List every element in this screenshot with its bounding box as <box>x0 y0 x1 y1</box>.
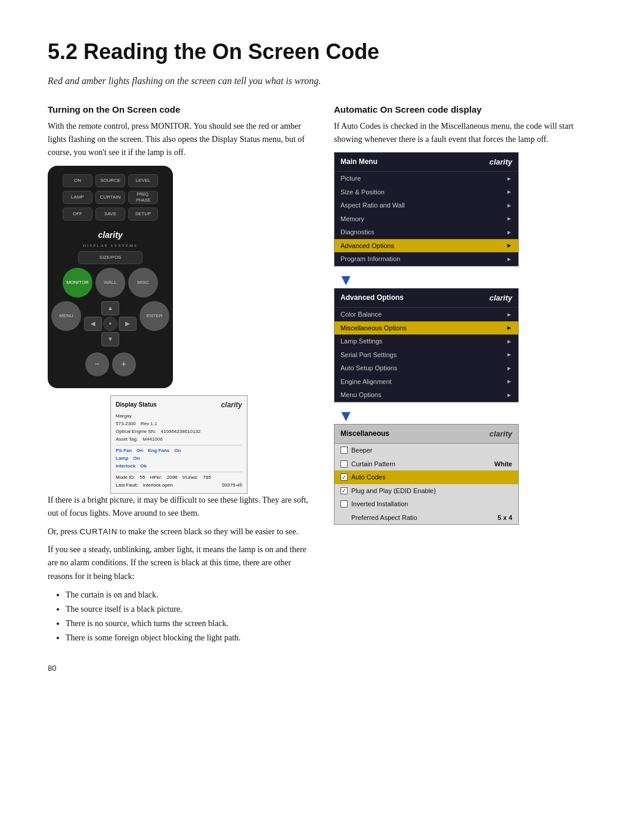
advanced-menu-item-menu[interactable]: Menu Options ► <box>335 388 518 402</box>
misc-curtain-label: Curtain Pattern <box>351 459 395 469</box>
ds-rev: Rev 1.1 <box>141 420 157 428</box>
remote-btn-enter-nav[interactable]: ● <box>103 317 117 331</box>
remote-btn-up[interactable]: ▲ <box>101 301 119 315</box>
right-column: Automatic On Screen code display If Auto… <box>334 103 596 645</box>
remote-btn-lamp[interactable]: LAMP <box>63 191 92 204</box>
advanced-menu-item-engine[interactable]: Engine Alignment ► <box>335 375 518 389</box>
remote-btn-enter[interactable]: ENTER <box>140 301 169 331</box>
misc-menu-screenshot: Miscellaneous clarity Beeper Curtain Pat… <box>334 424 519 525</box>
advanced-color-label: Color Balance <box>340 309 382 320</box>
misc-beeper-label: Beeper <box>351 445 372 456</box>
ds-optical-label: Optical Engine SN: <box>116 428 156 435</box>
main-menu-diag-label: Diagnostics <box>340 227 374 237</box>
bullet-4: There is some foreign object blocking th… <box>66 631 310 645</box>
left-column: Turning on the On Screen code With the r… <box>48 103 310 645</box>
remote-btn-wall[interactable]: WALL <box>95 268 125 298</box>
advanced-lamp-arrow: ► <box>506 337 512 346</box>
remote-btn-setup[interactable]: SETUP <box>128 208 158 221</box>
remote-clarity-logo: clarity <box>98 229 122 241</box>
misc-aspect-value: 5 x 4 <box>498 513 512 523</box>
remote-btn-on[interactable]: ON <box>63 174 92 187</box>
advanced-menuopt-arrow: ► <box>506 391 512 400</box>
advanced-menu-item-misc[interactable]: Miscellaneous Options ► <box>335 321 518 335</box>
remote-btn-minus[interactable]: − <box>85 352 109 376</box>
ds-mode-id-label: Mode ID: <box>116 474 135 481</box>
main-menu-diag-arrow: ► <box>506 228 512 237</box>
ds-lamp-label: Lamp <box>116 455 128 462</box>
remote-btn-sizepos[interactable]: SIZE/POS <box>78 251 143 264</box>
bullet-3: There is no source, which turns the scre… <box>66 617 310 631</box>
ds-clarity-logo: clarity <box>221 400 242 410</box>
ds-ps-fan-val: On <box>137 447 143 454</box>
ds-hper-label: HPer: <box>150 474 162 481</box>
left-para-2: If there is a bright picture, it may be … <box>48 494 310 521</box>
advanced-serial-label: Serial Port Settings <box>340 350 397 360</box>
main-menu-header: Main Menu clarity <box>335 153 518 172</box>
bullet-1: The curtain is on and black. <box>66 588 310 602</box>
remote-btn-freq-phase[interactable]: FREQ.PHASE <box>128 191 158 204</box>
remote-btn-curtain[interactable]: CURTAIN <box>95 191 125 204</box>
misc-item-inverted[interactable]: Inverted Installation <box>335 497 518 511</box>
main-menu-aspect-arrow: ► <box>506 201 512 210</box>
main-menu-item-picture[interactable]: Picture ► <box>335 172 518 185</box>
misc-inverted-label: Inverted Installation <box>351 499 408 509</box>
remote-btn-menu[interactable]: MENU <box>51 301 81 331</box>
remote-btn-monitor[interactable]: MONITOR <box>63 268 92 298</box>
ds-asset-label: Asset Tag: <box>116 436 138 443</box>
left-para-3: Or, press CURTAIN to make the screen bla… <box>48 525 310 538</box>
main-menu-item-size[interactable]: Size & Position ► <box>335 185 518 199</box>
advanced-menu-header: Advanced Options clarity <box>335 289 518 308</box>
misc-menu-logo: clarity <box>490 428 512 440</box>
misc-plugplay-label: Plug and Play (EDID Enable) <box>351 486 436 496</box>
arrow-down-2: ▼ <box>338 408 354 424</box>
advanced-serial-arrow: ► <box>506 350 512 359</box>
misc-item-beeper[interactable]: Beeper <box>335 444 518 457</box>
misc-item-plugplay[interactable]: ✓ Plug and Play (EDID Enable) <box>335 484 518 498</box>
misc-curtain-value: White <box>494 459 512 469</box>
remote-btn-save[interactable]: SAVE <box>95 208 125 221</box>
ds-last-fault: Interlock open <box>143 482 172 489</box>
main-menu-picture-label: Picture <box>340 174 361 184</box>
main-menu-size-arrow: ► <box>506 187 512 196</box>
left-heading: Turning on the On Screen code <box>48 103 310 117</box>
ds-asset-tag: M441006 <box>143 436 162 443</box>
main-menu-item-advanced[interactable]: Advanced Options ► <box>335 239 518 253</box>
remote-row-1: ON SOURCE LEVEL <box>63 174 158 187</box>
misc-item-autocodes[interactable]: ✓ Auto Codes <box>335 470 518 484</box>
ds-optical-sn: 410364238610132 <box>161 428 201 435</box>
advanced-color-arrow: ► <box>506 310 512 319</box>
misc-item-aspect[interactable]: Preferred Aspect Ratio 5 x 4 <box>335 511 518 525</box>
main-menu-item-diagnostics[interactable]: Diagnostics ► <box>335 225 518 239</box>
advanced-misc-arrow: ► <box>506 323 512 332</box>
misc-item-curtain[interactable]: Curtain Pattern White <box>335 457 518 471</box>
main-menu-item-memory[interactable]: Memory ► <box>335 212 518 226</box>
advanced-engine-arrow: ► <box>506 377 512 386</box>
main-menu-program-label: Program Information <box>340 254 400 264</box>
remote-btn-source[interactable]: SOURCE <box>95 174 125 187</box>
remote-btn-right[interactable]: ▶ <box>119 317 137 331</box>
remote-btn-plus[interactable]: + <box>112 352 136 376</box>
advanced-menu-item-autosetup[interactable]: Auto Setup Options ► <box>335 361 518 375</box>
left-para-1: With the remote control, press MONITOR. … <box>48 120 310 159</box>
misc-autocodes-label: Auto Codes <box>351 472 385 482</box>
remote-btn-off[interactable]: OFF <box>63 208 92 221</box>
main-menu-logo: clarity <box>490 156 512 168</box>
remote-row-2: LAMP CURTAIN FREQ.PHASE <box>63 191 158 204</box>
ds-vlines-label: VLines: <box>182 474 199 481</box>
misc-checkbox-plugplay: ✓ <box>340 487 348 494</box>
advanced-menu-item-lamp[interactable]: Lamp Settings ► <box>335 335 518 348</box>
remote-btn-misc[interactable]: MISC <box>128 268 158 298</box>
main-menu-screenshot: Main Menu clarity Picture ► Size & Posit… <box>334 152 519 267</box>
main-menu-item-program[interactable]: Program Information ► <box>335 252 518 266</box>
remote-row-menu: MENU ▲ ◀ ● ▶ ▼ ENTER <box>51 301 169 346</box>
main-menu-picture-arrow: ► <box>506 174 512 183</box>
advanced-menu-item-serial[interactable]: Serial Port Settings ► <box>335 348 518 362</box>
page-number: 80 <box>48 662 596 674</box>
remote-btn-down[interactable]: ▼ <box>101 332 119 346</box>
advanced-menu-item-color[interactable]: Color Balance ► <box>335 308 518 321</box>
bullet-2: The source itself is a black picture. <box>66 602 310 617</box>
remote-btn-left[interactable]: ◀ <box>84 317 102 331</box>
ds-last-fault-label: Last Fault: <box>116 482 138 489</box>
main-menu-item-aspect[interactable]: Aspect Ratio and Wall ► <box>335 199 518 212</box>
remote-btn-level[interactable]: LEVEL <box>128 174 158 187</box>
